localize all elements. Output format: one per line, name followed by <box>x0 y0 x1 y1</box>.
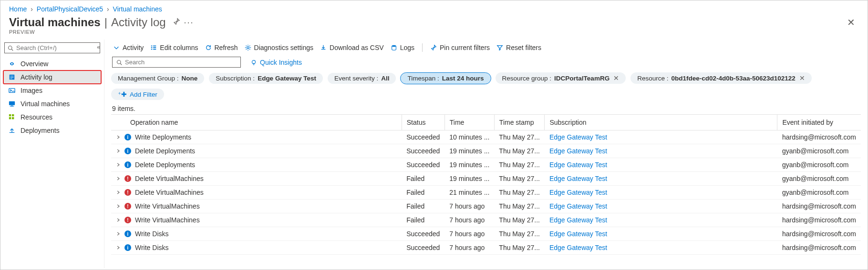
chevron-right-icon[interactable] <box>116 176 121 181</box>
table-row[interactable]: !Write VirtualMachinesFailed7 hours agoT… <box>111 213 861 227</box>
toolbar-refresh[interactable]: Refresh <box>205 44 238 51</box>
table-row[interactable]: !Delete VirtualMachinesFailed19 minutes … <box>111 172 861 186</box>
pin-icon[interactable] <box>173 18 180 27</box>
cell-status: Failed <box>402 186 444 200</box>
toolbar: Activity Edit columns Refresh Diagnostic… <box>111 42 861 57</box>
toolbar-activity[interactable]: Activity <box>113 44 144 51</box>
cell-timestamp: Thu May 27... <box>494 200 545 213</box>
sidebar-item-overview[interactable]: Overview <box>3 57 101 70</box>
svg-point-23 <box>117 60 121 64</box>
subscription-link[interactable]: Edge Gateway Test <box>549 175 607 182</box>
subscription-link[interactable]: Edge Gateway Test <box>549 133 607 141</box>
close-icon[interactable]: ✕ <box>847 17 855 28</box>
error-icon: ! <box>124 217 131 223</box>
col-subscription[interactable]: Subscription <box>545 115 777 130</box>
svg-rect-8 <box>9 101 15 105</box>
toolbar-reset-filters[interactable]: Reset filters <box>496 44 541 51</box>
svg-rect-3 <box>10 76 14 76</box>
svg-rect-13 <box>9 117 11 119</box>
sidebar-search[interactable] <box>4 42 100 53</box>
main-search[interactable] <box>112 57 241 68</box>
table-row[interactable]: iDelete DeploymentsSucceeded19 minutes .… <box>111 158 861 172</box>
chevron-right-icon[interactable] <box>116 245 121 250</box>
chevron-right-icon[interactable] <box>116 162 121 167</box>
more-icon[interactable]: ··· <box>184 18 194 28</box>
col-timestamp[interactable]: Time stamp <box>494 115 545 130</box>
images-icon <box>8 87 16 94</box>
filter-pill-resource-group[interactable]: Resource group : IDCPortalTeamRG✕ <box>496 72 626 84</box>
preview-badge: PREVIEW <box>0 29 868 40</box>
chevron-right-icon[interactable] <box>116 135 121 140</box>
overview-icon <box>8 60 16 68</box>
chevron-right-icon[interactable] <box>116 204 121 209</box>
quick-insights[interactable]: Quick Insights <box>250 59 302 66</box>
remove-filter-icon[interactable]: ✕ <box>613 74 619 82</box>
col-operation[interactable]: Operation name <box>111 115 402 130</box>
main-search-input[interactable] <box>125 59 237 66</box>
table-row[interactable]: iDelete DeploymentsSucceeded19 minutes .… <box>111 144 861 158</box>
cell-subscription: Edge Gateway Test <box>545 144 777 158</box>
breadcrumb-home[interactable]: Home <box>9 5 27 13</box>
subscription-link[interactable]: Edge Gateway Test <box>549 202 607 210</box>
svg-point-1 <box>11 63 13 65</box>
cell-initiated-by: hardsing@microsoft.com <box>777 130 861 144</box>
sidebar-item-deployments[interactable]: Deployments <box>3 124 101 137</box>
toolbar-edit-columns[interactable]: Edit columns <box>150 44 198 51</box>
table-row[interactable]: !Delete VirtualMachinesFailed21 minutes … <box>111 186 861 200</box>
chevron-right-icon[interactable] <box>116 190 121 195</box>
filter-pill-severity[interactable]: Event severity : All <box>328 73 396 84</box>
toolbar-logs[interactable]: Logs <box>391 44 414 51</box>
chevron-right-icon[interactable] <box>116 231 121 236</box>
operation-name: Write Disks <box>135 244 169 251</box>
chevron-right-icon[interactable] <box>116 149 121 153</box>
operation-name: Write Disks <box>135 230 169 238</box>
col-time[interactable]: Time <box>444 115 494 130</box>
toolbar-download-csv[interactable]: Download as CSV <box>320 44 384 51</box>
breadcrumb-device[interactable]: PortalPhysicalDevice5 <box>37 5 103 13</box>
add-filter-button[interactable]: ⁺✚Add Filter <box>111 89 164 100</box>
cell-status: Succeeded <box>402 130 444 144</box>
table-row[interactable]: iWrite DeploymentsSucceeded10 minutes ..… <box>111 130 861 144</box>
collapse-sidebar-icon[interactable]: « <box>97 44 100 50</box>
toolbar-diagnostics[interactable]: Diagnostics settings <box>245 44 314 51</box>
subscription-link[interactable]: Edge Gateway Test <box>549 147 607 155</box>
toolbar-pin-filters[interactable]: Pin current filters <box>430 44 490 51</box>
chevron-right-icon[interactable] <box>116 218 121 222</box>
subscription-link[interactable]: Edge Gateway Test <box>549 189 607 196</box>
subscription-link[interactable]: Edge Gateway Test <box>549 161 607 169</box>
filter-pill-timespan[interactable]: Timespan : Last 24 hours <box>401 73 490 84</box>
subscription-link[interactable]: Edge Gateway Test <box>549 244 607 251</box>
sidebar-item-images[interactable]: Images <box>3 84 101 97</box>
cell-time: 7 hours ago <box>444 200 494 213</box>
table-row[interactable]: iWrite DisksSucceeded7 hours agoThu May … <box>111 241 861 255</box>
operation-name: Write VirtualMachines <box>135 202 200 210</box>
sidebar-item-activity-log[interactable]: Activity log <box>3 70 101 84</box>
sidebar-item-label: Overview <box>21 60 48 68</box>
subscription-link[interactable]: Edge Gateway Test <box>549 230 607 238</box>
filter-pill-resource[interactable]: Resource : 0bd1fdee-cd02-4d0b-53aa-50623… <box>630 72 812 84</box>
col-status[interactable]: Status <box>402 115 444 130</box>
sidebar-search-input[interactable] <box>16 44 97 51</box>
table-row[interactable]: !Write VirtualMachinesFailed7 hours agoT… <box>111 200 861 213</box>
cell-time: 19 minutes ... <box>444 158 494 172</box>
subscription-link[interactable]: Edge Gateway Test <box>549 216 607 224</box>
breadcrumb-vm[interactable]: Virtual machines <box>113 5 162 13</box>
table-row[interactable]: iWrite DisksSucceeded7 hours agoThu May … <box>111 227 861 241</box>
chevron-right-icon: › <box>107 5 109 13</box>
page-subtitle: Activity log <box>111 16 166 29</box>
operation-name: Delete Deployments <box>135 161 195 169</box>
cell-status: Succeeded <box>402 158 444 172</box>
activity-table: Operation name Status Time Time stamp Su… <box>111 114 861 255</box>
cell-subscription: Edge Gateway Test <box>545 213 777 227</box>
filter-pill-subscription[interactable]: Subscription : Edge Gateway Test <box>209 73 323 84</box>
svg-rect-19 <box>151 49 153 50</box>
filter-pill-management-group[interactable]: Management Group : None <box>111 73 204 84</box>
operation-name: Write VirtualMachines <box>135 216 200 224</box>
sidebar-item-virtual-machines[interactable]: Virtual machines <box>3 97 101 110</box>
sidebar-item-label: Activity log <box>21 73 52 81</box>
svg-rect-9 <box>10 106 13 106</box>
cell-timestamp: Thu May 27... <box>494 144 545 158</box>
col-initiated-by[interactable]: Event initiated by <box>777 115 861 130</box>
remove-filter-icon[interactable]: ✕ <box>799 74 805 82</box>
sidebar-item-resources[interactable]: Resources <box>3 110 101 124</box>
